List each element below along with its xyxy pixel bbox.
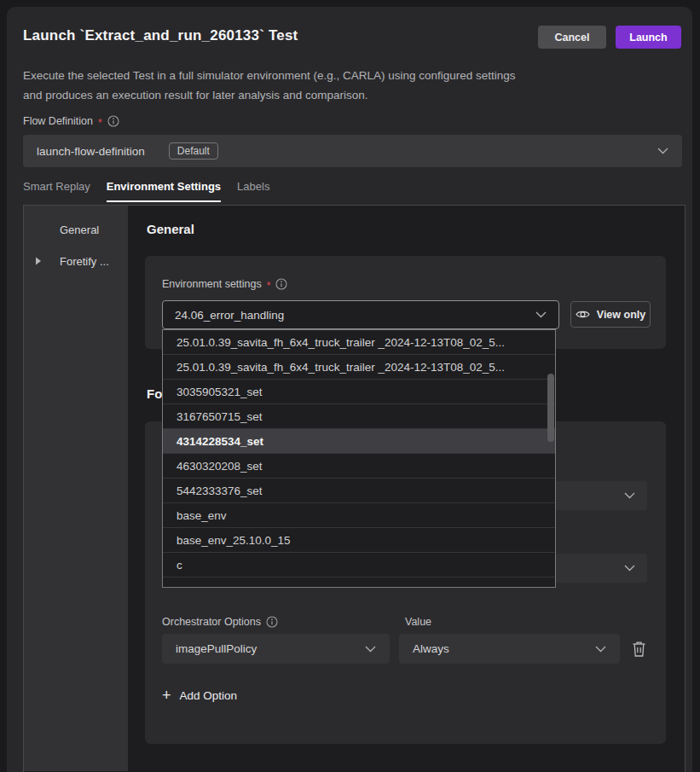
chevron-down-icon (365, 646, 376, 653)
orchestrator-value-value: Always (413, 642, 449, 655)
launch-button[interactable]: Launch (616, 26, 681, 49)
sidebar-item-foretify[interactable]: Foretify ... (24, 248, 128, 274)
default-badge: Default (169, 142, 218, 160)
tab-environment-settings[interactable]: Environment Settings (107, 180, 221, 202)
trash-icon (632, 641, 646, 658)
orchestrator-option-select[interactable]: imagePullPolicy (162, 634, 390, 664)
dropdown-option[interactable]: base_env (163, 503, 555, 528)
flow-definition-label-row: Flow Definition * (23, 115, 119, 127)
flow-definition-select[interactable]: launch-flow-definition Default (23, 135, 682, 167)
environment-settings-label-row: Environment settings * (162, 278, 287, 290)
info-icon[interactable] (275, 278, 287, 290)
orchestrator-option-value: imagePullPolicy (176, 642, 257, 655)
dropdown-option[interactable]: base_env_25.10.0_15 (163, 528, 555, 553)
orchestrator-options-label-row: Orchestrator Options (162, 616, 278, 628)
view-only-label: View only (597, 309, 645, 321)
dropdown-option[interactable]: 5442333376_set (163, 479, 555, 503)
flow-definition-label: Flow Definition (23, 115, 93, 127)
delete-option-button[interactable] (629, 639, 648, 659)
dropdown-option[interactable]: 3035905321_set (163, 380, 555, 404)
launch-test-dialog-page: Launch `Extract_and_run_260133` Test Can… (0, 0, 700, 772)
eye-icon (576, 309, 590, 320)
chevron-down-icon (595, 646, 606, 653)
flow-definition-value: launch-flow-definition (37, 145, 145, 158)
add-option-label: Add Option (180, 689, 238, 702)
dropdown-option-selected[interactable]: 4314228534_set (163, 429, 555, 454)
environment-settings-select[interactable]: 24.06_error_handling (162, 300, 559, 329)
required-asterisk: * (98, 117, 102, 129)
sidebar-item-label: General (60, 223, 99, 236)
info-icon[interactable] (107, 115, 119, 127)
environment-settings-value: 24.06_error_handling (175, 309, 284, 322)
info-icon[interactable] (266, 616, 278, 628)
dialog-title: Launch `Extract_and_run_260133` Test (23, 27, 298, 44)
scrollbar-thumb[interactable] (547, 374, 554, 442)
chevron-down-icon (657, 148, 668, 154)
sidebar-item-label: Foretify ... (60, 255, 109, 268)
dropdown-option[interactable]: 4630320208_set (163, 454, 555, 479)
value-label: Value (405, 616, 431, 628)
dropdown-option[interactable]: 3167650715_set (163, 404, 555, 429)
expand-arrow-icon[interactable] (35, 257, 42, 265)
tab-smart-replay[interactable]: Smart Replay (23, 180, 90, 202)
sidebar-item-general[interactable]: General (24, 217, 128, 242)
dialog-description: Execute the selected Test in a full simu… (23, 67, 522, 105)
add-option-button[interactable]: + Add Option (162, 688, 237, 703)
cancel-button[interactable]: Cancel (538, 26, 606, 49)
settings-sidebar: General Foretify ... (24, 206, 128, 771)
orchestrator-options-label: Orchestrator Options (162, 616, 261, 628)
chevron-down-icon (535, 311, 547, 318)
chevron-down-icon (624, 492, 635, 499)
environment-settings-label: Environment settings (162, 278, 262, 290)
chevron-down-icon (624, 565, 635, 572)
orchestrator-value-select[interactable]: Always (399, 634, 620, 664)
covered-section-heading: Fo (147, 386, 162, 401)
dropdown-option[interactable]: 25.01.0.39_savita_fh_6x4_truck_trailer _… (163, 355, 555, 380)
tab-labels[interactable]: Labels (237, 180, 269, 202)
required-asterisk: * (267, 280, 271, 292)
tab-bar: Smart Replay Environment Settings Labels (23, 180, 269, 202)
environment-settings-dropdown-list: 25.01.0.39_savita_fh_6x4_truck_trailer _… (162, 329, 556, 588)
view-only-button[interactable]: View only (570, 301, 651, 328)
dropdown-option[interactable]: c (163, 553, 555, 578)
general-section-heading: General (147, 222, 194, 236)
dropdown-option[interactable]: 25.01.0.39_savita_fh_6x4_truck_trailer _… (163, 330, 555, 355)
plus-icon: + (162, 688, 171, 703)
